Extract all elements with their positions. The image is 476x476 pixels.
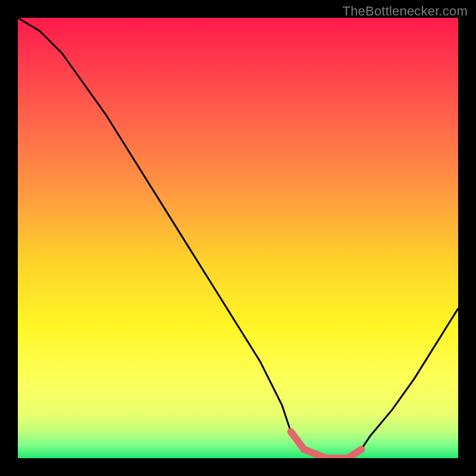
chart-svg	[18, 18, 458, 458]
chart-frame: TheBottlenecker.com	[0, 0, 476, 476]
chart-plot	[18, 18, 458, 458]
watermark-text: TheBottlenecker.com	[343, 4, 468, 19]
